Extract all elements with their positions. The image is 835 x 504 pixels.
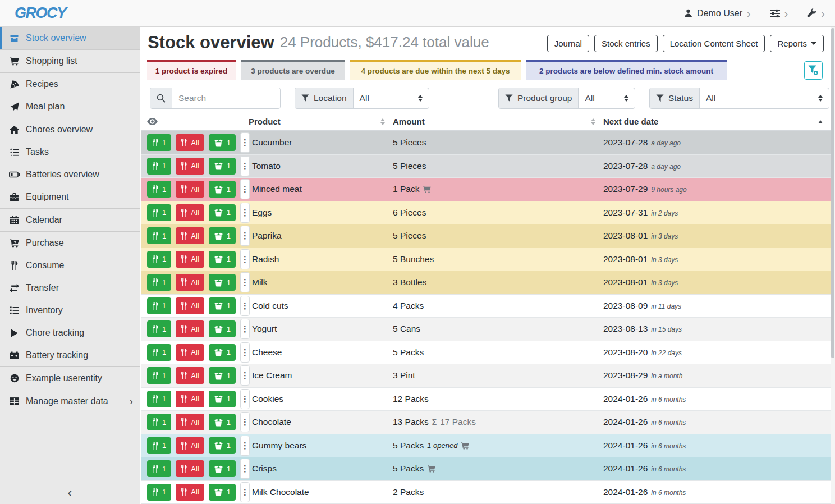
- consume-one-button[interactable]: 1: [147, 274, 171, 291]
- journal-button[interactable]: Journal: [547, 35, 589, 52]
- open-one-button[interactable]: 1: [209, 251, 236, 268]
- consume-one-button[interactable]: 1: [147, 367, 171, 384]
- location-content-sheet-button[interactable]: Location Content Sheet: [663, 35, 765, 52]
- consume-one-button[interactable]: 1: [147, 297, 171, 314]
- sidebar-item-example-userentity[interactable]: Example userentity: [0, 367, 140, 390]
- consume-all-button[interactable]: All: [176, 227, 204, 244]
- open-one-button[interactable]: 1: [209, 460, 236, 477]
- consume-all-button[interactable]: All: [176, 414, 204, 430]
- consume-all-button[interactable]: All: [176, 204, 204, 221]
- product-name-cell[interactable]: Paprika: [249, 224, 393, 248]
- consume-one-button[interactable]: 1: [147, 320, 171, 337]
- banner-belowmin[interactable]: 2 products are below defined min. stock …: [526, 60, 727, 80]
- status-select[interactable]: All: [700, 88, 829, 108]
- product-name-cell[interactable]: Yogurt: [249, 318, 393, 341]
- search-input[interactable]: [172, 88, 280, 108]
- consume-all-button[interactable]: All: [176, 460, 204, 477]
- consume-all-button[interactable]: All: [176, 297, 204, 314]
- consume-all-button[interactable]: All: [176, 367, 204, 384]
- scrollbar-thumb[interactable]: [831, 28, 834, 358]
- consume-all-button[interactable]: All: [176, 134, 204, 151]
- sidebar-item-recipes[interactable]: Recipes: [0, 73, 140, 95]
- consume-all-button[interactable]: All: [176, 391, 204, 407]
- consume-all-button[interactable]: All: [176, 158, 204, 175]
- consume-all-button[interactable]: All: [176, 344, 204, 361]
- consume-one-button[interactable]: 1: [147, 460, 171, 477]
- open-one-button[interactable]: 1: [209, 320, 236, 337]
- consume-all-button[interactable]: All: [176, 484, 204, 501]
- product-name-cell[interactable]: Milk Chocolate: [249, 481, 393, 504]
- open-one-button[interactable]: 1: [209, 344, 236, 361]
- consume-one-button[interactable]: 1: [147, 391, 171, 407]
- banner-overdue[interactable]: 3 products are overdue: [241, 60, 345, 80]
- column-header-product[interactable]: Product: [249, 117, 393, 126]
- consume-one-button[interactable]: 1: [147, 134, 171, 151]
- column-visibility-header[interactable]: [147, 118, 249, 125]
- consume-one-button[interactable]: 1: [147, 204, 171, 221]
- consume-one-button[interactable]: 1: [147, 484, 171, 501]
- location-select[interactable]: All: [354, 88, 429, 108]
- consume-all-button[interactable]: All: [176, 437, 204, 454]
- user-menu[interactable]: Demo User ›: [684, 8, 751, 19]
- open-one-button[interactable]: 1: [209, 437, 236, 454]
- sidebar-item-chore-tracking[interactable]: Chore tracking: [0, 322, 140, 344]
- product-name-cell[interactable]: Milk: [249, 271, 393, 294]
- product-name-cell[interactable]: Gummy bears: [249, 434, 393, 457]
- reports-button[interactable]: Reports: [770, 35, 824, 52]
- product-name-cell[interactable]: Eggs: [249, 201, 393, 224]
- open-one-button[interactable]: 1: [209, 181, 236, 198]
- open-one-button[interactable]: 1: [209, 204, 236, 221]
- consume-all-button[interactable]: All: [176, 251, 204, 268]
- vertical-scrollbar[interactable]: [831, 27, 835, 504]
- product-name-cell[interactable]: Cookies: [249, 388, 393, 411]
- sidebar-item-battery-tracking[interactable]: Battery tracking: [0, 344, 140, 366]
- banner-due[interactable]: 4 products are due within the next 5 day…: [350, 60, 521, 80]
- product-name-cell[interactable]: Cucumber: [249, 131, 393, 154]
- sidebar-item-transfer[interactable]: Transfer: [0, 277, 140, 299]
- sidebar-item-tasks[interactable]: Tasks: [0, 141, 140, 163]
- consume-one-button[interactable]: 1: [147, 227, 171, 244]
- sidebar-item-consume[interactable]: Consume: [0, 254, 140, 277]
- product-group-select[interactable]: All: [579, 88, 635, 108]
- consume-one-button[interactable]: 1: [147, 437, 171, 454]
- open-one-button[interactable]: 1: [209, 227, 236, 244]
- product-name-cell[interactable]: Radish: [249, 248, 393, 271]
- sidebar-item-purchase[interactable]: Purchase: [0, 232, 140, 254]
- consume-one-button[interactable]: 1: [147, 158, 171, 175]
- sidebar-item-calendar[interactable]: Calendar: [0, 209, 140, 231]
- settings-menu[interactable]: ›: [770, 8, 788, 19]
- clear-filter-button[interactable]: [804, 61, 823, 80]
- grocy-logo[interactable]: GROCY: [15, 4, 66, 22]
- product-name-cell[interactable]: Chocolate: [249, 411, 393, 434]
- sidebar-item-stock-overview[interactable]: Stock overview: [0, 27, 140, 49]
- sidebar-item-shopping-list[interactable]: Shopping list: [0, 50, 140, 72]
- stock-entries-button[interactable]: Stock entries: [594, 35, 658, 52]
- open-one-button[interactable]: 1: [209, 134, 236, 151]
- consume-one-button[interactable]: 1: [147, 251, 171, 268]
- open-one-button[interactable]: 1: [209, 367, 236, 384]
- consume-one-button[interactable]: 1: [147, 181, 171, 198]
- banner-expired[interactable]: 1 product is expired: [147, 60, 236, 80]
- open-one-button[interactable]: 1: [209, 158, 236, 175]
- open-one-button[interactable]: 1: [209, 414, 236, 430]
- sidebar-collapse-button[interactable]: ‹: [0, 486, 140, 500]
- sidebar-item-equipment[interactable]: Equipment: [0, 186, 140, 208]
- product-name-cell[interactable]: Minced meat: [249, 178, 393, 201]
- product-name-cell[interactable]: Crisps: [249, 457, 393, 480]
- open-one-button[interactable]: 1: [209, 484, 236, 501]
- column-header-due[interactable]: Next due date: [603, 117, 831, 126]
- consume-one-button[interactable]: 1: [147, 414, 171, 430]
- sidebar-item-batteries-overview[interactable]: Batteries overview: [0, 163, 140, 186]
- product-name-cell[interactable]: Ice Cream: [249, 364, 393, 387]
- product-name-cell[interactable]: Tomato: [249, 155, 393, 178]
- consume-all-button[interactable]: All: [176, 320, 204, 337]
- admin-menu[interactable]: ›: [807, 8, 825, 19]
- consume-all-button[interactable]: All: [176, 181, 204, 198]
- sidebar-item-chores-overview[interactable]: Chores overview: [0, 118, 140, 141]
- open-one-button[interactable]: 1: [209, 391, 236, 407]
- product-name-cell[interactable]: Cheese: [249, 341, 393, 364]
- sidebar-item-inventory[interactable]: Inventory: [0, 299, 140, 322]
- open-one-button[interactable]: 1: [209, 297, 236, 314]
- consume-one-button[interactable]: 1: [147, 344, 171, 361]
- sidebar-item-manage-master-data[interactable]: Manage master data›: [0, 390, 140, 413]
